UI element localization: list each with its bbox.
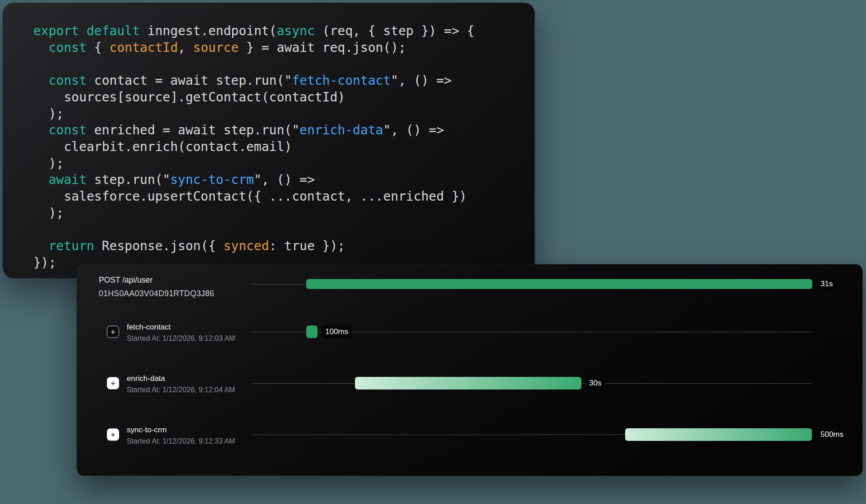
code-token: }); bbox=[33, 255, 56, 270]
code-line bbox=[33, 56, 534, 73]
code-line: sources[source].getContact(contactId) bbox=[33, 89, 534, 106]
duration-bar[interactable] bbox=[306, 325, 318, 338]
code-token: ); bbox=[33, 206, 64, 220]
code-line: const enriched = await step.run("enrich-… bbox=[33, 122, 534, 139]
code-line: ); bbox=[33, 205, 534, 222]
code-token: (req, { step }) => { bbox=[315, 23, 474, 38]
step-header: sync-to-crmStarted At: 1/12/2026, 9:12:3… bbox=[127, 426, 235, 445]
step-name: sync-to-crm bbox=[127, 426, 235, 435]
code-keyword-token: await bbox=[49, 172, 87, 187]
duration-bar[interactable] bbox=[355, 377, 581, 389]
duration-bar[interactable] bbox=[625, 428, 812, 441]
code-line: clearbit.enrich(contact.email) bbox=[33, 139, 534, 156]
expand-step-button[interactable]: + bbox=[107, 326, 119, 338]
code-token: ", () => bbox=[391, 73, 451, 88]
code-token bbox=[33, 40, 49, 55]
code-token: ); bbox=[33, 106, 64, 121]
code-keyword-token: return bbox=[49, 238, 94, 253]
step-started-at: Started At: 1/12/2026, 9:12:04 AM bbox=[127, 386, 235, 394]
expand-step-button[interactable]: + bbox=[107, 377, 119, 389]
code-token: salesforce.upsertContact({ ...contact, .… bbox=[33, 189, 467, 204]
code-token: inngest.endpoint( bbox=[140, 23, 276, 38]
code-editor-card: export default inngest.endpoint(async (r… bbox=[3, 3, 535, 279]
code-token: ", () => bbox=[383, 123, 444, 137]
plus-icon: + bbox=[111, 328, 115, 336]
code-token: { bbox=[87, 40, 110, 55]
code-token: clearbit.enrich(contact.email) bbox=[33, 139, 292, 154]
code-token: ); bbox=[33, 156, 64, 171]
code-token: Response.json({ bbox=[94, 238, 224, 253]
request-duration-label: 31s bbox=[817, 277, 836, 291]
code-line: const contact = await step.run("fetch-co… bbox=[33, 73, 534, 89]
code-token bbox=[33, 172, 49, 187]
request-header: POST /api/user01HS0AA03V04D91RTDQ3J86 bbox=[99, 275, 214, 298]
code-property-token: source bbox=[193, 40, 239, 55]
plus-icon: + bbox=[111, 379, 115, 388]
code-token: sources[source].getContact(contactId) bbox=[33, 90, 345, 105]
code-token: } = await req.json(); bbox=[239, 40, 406, 55]
code-token bbox=[33, 123, 49, 137]
code-line: ); bbox=[33, 156, 534, 172]
code-keyword-token: const bbox=[49, 73, 87, 88]
code-keyword-token: const bbox=[49, 123, 87, 137]
step-duration-label: 30s bbox=[585, 376, 605, 390]
step-header: fetch-contactStarted At: 1/12/2026, 9:12… bbox=[127, 323, 235, 343]
code-content: export default inngest.endpoint(async (r… bbox=[33, 23, 534, 271]
code-line: salesforce.upsertContact({ ...contact, .… bbox=[33, 188, 534, 205]
code-string-token: fetch-contact bbox=[292, 73, 391, 88]
step-header: enrich-dataStarted At: 1/12/2026, 9:12:0… bbox=[127, 374, 235, 394]
code-keyword-token: async bbox=[276, 23, 314, 38]
code-token: ", () => bbox=[254, 172, 315, 187]
code-keyword-token: export default bbox=[33, 23, 140, 38]
code-line: const { contactId, source } = await req.… bbox=[33, 40, 534, 56]
code-token bbox=[33, 73, 49, 88]
trace-timeline-panel: POST /api/user01HS0AA03V04D91RTDQ3J8631s… bbox=[77, 264, 863, 476]
code-token: enriched = await step.run(" bbox=[87, 123, 299, 137]
step-started-at: Started At: 1/12/2026, 9:12:03 AM bbox=[127, 334, 235, 343]
step-duration-label: 100ms bbox=[322, 325, 352, 339]
step-name: enrich-data bbox=[127, 374, 235, 383]
code-token: step.run(" bbox=[87, 172, 170, 187]
code-line: ); bbox=[33, 106, 534, 123]
duration-bar[interactable] bbox=[306, 279, 812, 289]
code-token: , bbox=[178, 40, 193, 55]
code-keyword-token: const bbox=[49, 40, 87, 55]
code-line: await step.run("sync-to-crm", () => bbox=[33, 172, 534, 188]
request-run-id: 01HS0AA03V04D91RTDQ3J86 bbox=[99, 289, 214, 298]
code-line bbox=[33, 221, 534, 238]
code-property-token: contactId bbox=[110, 40, 178, 55]
code-property-token: synced bbox=[223, 238, 269, 253]
code-token bbox=[33, 238, 49, 253]
step-started-at: Started At: 1/12/2026, 9:12:33 AM bbox=[127, 437, 235, 445]
code-string-token: sync-to-crm bbox=[170, 172, 253, 187]
code-line: export default inngest.endpoint(async (r… bbox=[33, 23, 534, 40]
step-name: fetch-contact bbox=[127, 323, 235, 332]
code-token: : true }); bbox=[269, 238, 345, 253]
code-string-token: enrich-data bbox=[299, 123, 383, 137]
plus-icon: + bbox=[111, 431, 115, 439]
expand-step-button[interactable]: + bbox=[107, 429, 119, 441]
request-method-path: POST /api/user bbox=[99, 275, 214, 285]
step-duration-label: 500ms bbox=[817, 428, 847, 441]
code-token: contact = await step.run(" bbox=[87, 73, 292, 88]
code-line: return Response.json({ synced: true }); bbox=[33, 238, 534, 255]
